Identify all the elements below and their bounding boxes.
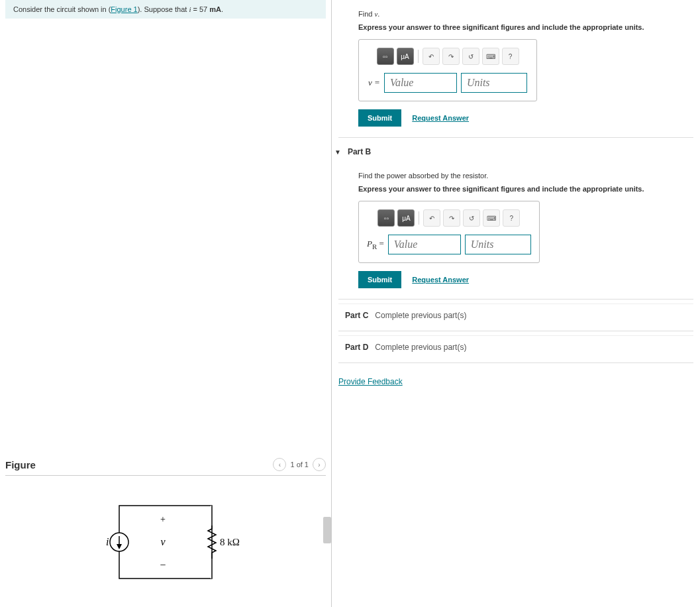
part-b-instruction: Express your answer to three significant… <box>358 185 693 193</box>
part-a-value-input[interactable] <box>384 73 457 93</box>
redo-icon: ↷ <box>449 215 454 222</box>
units-button[interactable]: μA <box>397 209 415 227</box>
units-icon: μA <box>402 215 410 222</box>
part-b-block: Find the power absorbed by the resistor.… <box>338 162 693 295</box>
templates-button[interactable]: ▫▫ <box>377 209 395 227</box>
toolbar-sep <box>419 211 419 225</box>
part-c-row[interactable]: Part C Complete previous part(s) <box>338 304 693 327</box>
templates-icon: ▫▫ <box>384 215 389 222</box>
part-b-answer-box: ▫▫ μA ↶ ↷ ↺ ⌨ ? PR = <box>358 201 540 263</box>
figure-next-button[interactable]: › <box>313 458 326 471</box>
help-icon: ? <box>509 53 513 60</box>
keyboard-button[interactable]: ⌨ <box>483 209 500 227</box>
part-b-var-label: PR = <box>367 239 384 250</box>
provide-feedback-link[interactable]: Provide Feedback <box>338 367 403 386</box>
voltage-label: v <box>160 536 166 547</box>
reset-icon: ↺ <box>469 215 474 222</box>
help-button[interactable]: ? <box>503 209 520 227</box>
problem-eq: = 57 <box>191 5 209 13</box>
problem-suffix: ). Suppose that <box>138 5 189 13</box>
part-a-answer-box: ▫▫ μA ↶ ↷ ↺ ⌨ ? v = <box>358 39 537 101</box>
part-b-units-input[interactable] <box>465 235 531 254</box>
chevron-right-icon: › <box>318 461 320 469</box>
undo-icon: ↶ <box>428 53 434 60</box>
redo-button[interactable]: ↷ <box>442 48 460 65</box>
part-d-text: Complete previous part(s) <box>375 343 466 352</box>
keyboard-button[interactable]: ⌨ <box>482 48 499 65</box>
problem-statement: Consider the circuit shown in (Figure 1)… <box>5 0 326 19</box>
plus-sign: + <box>160 514 166 524</box>
keyboard-icon: ⌨ <box>487 215 496 222</box>
part-b-toolbar: ▫▫ μA ↶ ↷ ↺ ⌨ ? <box>367 209 531 227</box>
reset-icon: ↺ <box>468 53 474 60</box>
divider <box>338 331 693 331</box>
help-button[interactable]: ? <box>502 48 519 65</box>
toolbar-sep <box>418 50 419 63</box>
part-c-text: Complete previous part(s) <box>375 311 466 320</box>
part-a-question: Find v. <box>358 10 693 18</box>
reset-button[interactable]: ↺ <box>463 209 480 227</box>
help-icon: ? <box>510 215 514 222</box>
minus-sign: − <box>160 559 166 571</box>
chevron-left-icon: ‹ <box>279 461 281 469</box>
part-a-request-answer-link[interactable]: Request Answer <box>412 114 469 122</box>
figure-page-text: 1 of 1 <box>290 461 309 469</box>
part-a-submit-button[interactable]: Submit <box>358 109 401 127</box>
undo-icon: ↶ <box>429 215 434 222</box>
undo-button[interactable]: ↶ <box>423 209 440 227</box>
figure-title: Figure <box>5 459 36 470</box>
reset-button[interactable]: ↺ <box>462 48 479 65</box>
part-b-question: Find the power absorbed by the resistor. <box>358 172 693 180</box>
units-icon: μA <box>401 53 409 60</box>
part-b-header[interactable]: ▼ Part B <box>325 142 693 162</box>
part-b-value-input[interactable] <box>388 235 461 254</box>
part-a-var-label: v = <box>368 78 380 88</box>
keyboard-icon: ⌨ <box>486 53 495 60</box>
scrollbar[interactable] <box>323 517 331 543</box>
part-a-instruction: Express your answer to three significant… <box>358 23 693 31</box>
problem-prefix: Consider the circuit shown in ( <box>13 5 111 13</box>
part-a-toolbar: ▫▫ μA ↶ ↷ ↺ ⌨ ? <box>367 48 528 65</box>
figure-prev-button[interactable]: ‹ <box>273 458 286 471</box>
redo-button[interactable]: ↷ <box>443 209 460 227</box>
undo-button[interactable]: ↶ <box>423 48 440 65</box>
templates-icon: ▫▫ <box>383 53 387 60</box>
part-d-label: Part D <box>345 343 368 352</box>
divider <box>338 299 693 300</box>
part-a-block: Find v. Express your answer to three sig… <box>338 0 693 133</box>
divider <box>338 137 693 138</box>
problem-unit: mA <box>209 5 221 13</box>
resistor-label: 8 kΩ <box>220 537 240 547</box>
part-d-row[interactable]: Part D Complete previous part(s) <box>338 335 693 359</box>
templates-button[interactable]: ▫▫ <box>377 48 394 65</box>
problem-period: . <box>221 5 223 13</box>
redo-icon: ↷ <box>448 53 454 60</box>
part-c-label: Part C <box>345 311 368 320</box>
figure-diagram: i + v − 8 kΩ <box>5 482 326 602</box>
units-button[interactable]: μA <box>397 48 414 65</box>
divider <box>338 362 693 363</box>
part-a-units-input[interactable] <box>461 73 527 93</box>
part-b-request-answer-link[interactable]: Request Answer <box>412 276 469 284</box>
current-label: i <box>106 536 109 547</box>
caret-down-icon: ▼ <box>334 148 341 156</box>
figure-link[interactable]: Figure 1 <box>111 5 137 13</box>
part-b-title: Part B <box>348 147 371 156</box>
part-b-submit-button[interactable]: Submit <box>358 271 401 288</box>
